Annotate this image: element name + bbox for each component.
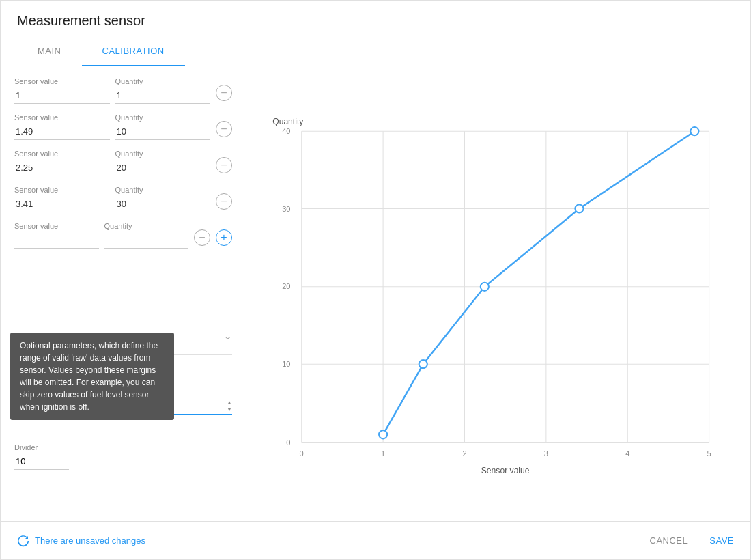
calibration-row-2: Sensor value Quantity −: [14, 150, 232, 176]
divider-line-2: [14, 436, 232, 436]
quantity-group-1: Quantity: [115, 113, 211, 140]
divider-input[interactable]: [14, 453, 69, 470]
remove-row-1-button[interactable]: −: [216, 121, 232, 137]
tab-calibration[interactable]: CALIBRATION: [82, 36, 185, 66]
sensor-value-input-3[interactable]: [14, 196, 110, 212]
spinner-arrows: ▲ ▼: [227, 400, 232, 412]
save-button[interactable]: SAVE: [709, 535, 734, 546]
page-title: Measurement sensor: [1, 1, 750, 36]
svg-text:Sensor value: Sensor value: [481, 466, 530, 475]
page-wrapper: Measurement sensor MAIN CALIBRATION Sens…: [0, 0, 751, 560]
calibration-row-4: Sensor value Quantity − +: [14, 222, 232, 249]
sensor-value-group-0: Sensor value: [14, 77, 110, 104]
right-panel: Quantity 0 1: [246, 66, 750, 521]
quantity-input-4[interactable]: [104, 232, 189, 249]
quantity-input-1[interactable]: [115, 124, 211, 140]
calibration-row-1: Sensor value Quantity −: [14, 113, 232, 140]
divider-section: Divider: [14, 443, 232, 470]
remove-row-3-button[interactable]: −: [216, 193, 232, 210]
spinner-up-button[interactable]: ▲: [227, 400, 232, 406]
chart-point-0: [379, 430, 387, 438]
sensor-value-group-3: Sensor value: [14, 186, 110, 212]
quantity-group-0: Quantity: [115, 77, 211, 104]
svg-text:10: 10: [282, 360, 290, 368]
calibration-chart: Quantity 0 1: [260, 80, 730, 514]
sensor-value-input-4[interactable]: [14, 232, 99, 249]
add-row-button[interactable]: +: [216, 229, 232, 246]
chart-area: Quantity 0 1: [260, 80, 730, 514]
quantity-group-3: Quantity: [115, 186, 211, 212]
bottom-bar: There are unsaved changes CANCEL SAVE: [1, 521, 750, 559]
svg-text:30: 30: [282, 205, 290, 213]
svg-text:Quantity: Quantity: [272, 117, 304, 126]
chart-point-1: [419, 360, 427, 368]
remove-row-2-button[interactable]: −: [216, 157, 232, 173]
chart-point-4: [690, 127, 698, 135]
sensor-value-input-2[interactable]: [14, 160, 110, 176]
quantity-group-2: Quantity: [115, 150, 211, 176]
remove-row-0-button[interactable]: −: [216, 85, 232, 101]
svg-text:4: 4: [625, 449, 629, 458]
spinner-down-button[interactable]: ▼: [227, 406, 232, 413]
quantity-group-4: Quantity: [104, 222, 189, 249]
calibration-row-3: Sensor value Quantity −: [14, 186, 232, 212]
quantity-input-0[interactable]: [115, 87, 211, 104]
svg-text:1: 1: [381, 449, 385, 458]
unsaved-changes-indicator: There are unsaved changes: [17, 535, 145, 547]
left-panel: Sensor value Quantity − Sensor value Qua…: [1, 66, 246, 521]
sensor-value-input-0[interactable]: [14, 87, 110, 104]
chart-point-2: [481, 283, 489, 291]
chevron-down-icon: ⌄: [223, 329, 233, 342]
tab-main[interactable]: MAIN: [17, 36, 82, 66]
content-area: Sensor value Quantity − Sensor value Qua…: [1, 66, 750, 521]
cancel-button[interactable]: CANCEL: [650, 535, 688, 546]
svg-text:3: 3: [544, 449, 548, 458]
calibration-row-0: Sensor value Quantity −: [14, 77, 232, 104]
svg-text:0: 0: [286, 438, 290, 447]
sensor-value-group-2: Sensor value: [14, 150, 110, 176]
svg-text:40: 40: [282, 127, 290, 135]
tabs-bar: MAIN CALIBRATION: [1, 36, 750, 66]
chart-point-3: [575, 204, 583, 212]
divider-group: Divider: [14, 443, 232, 470]
bottom-actions: CANCEL SAVE: [650, 535, 734, 546]
svg-text:0: 0: [300, 449, 304, 458]
sensor-value-input-1[interactable]: [14, 124, 110, 140]
sensor-value-group-1: Sensor value: [14, 113, 110, 140]
refresh-icon: [17, 535, 29, 547]
quantity-input-2[interactable]: [115, 160, 211, 176]
remove-row-4-button[interactable]: −: [194, 229, 210, 246]
svg-text:5: 5: [707, 449, 711, 458]
sensor-value-group-4: Sensor value: [14, 222, 99, 249]
tooltip-box: Optional parameters, which define the ra…: [10, 333, 174, 420]
svg-text:20: 20: [282, 282, 290, 290]
svg-text:2: 2: [462, 449, 466, 458]
quantity-input-3[interactable]: [115, 196, 211, 212]
